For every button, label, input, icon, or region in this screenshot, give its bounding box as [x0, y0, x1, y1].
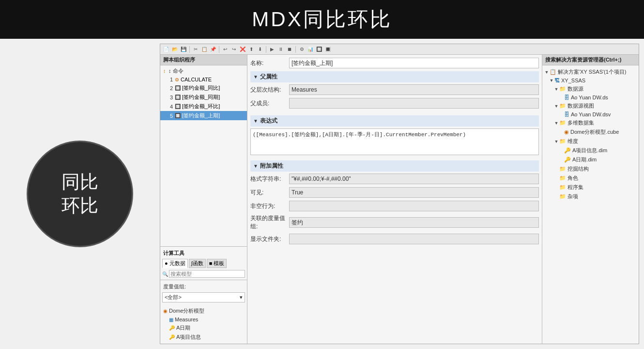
sol-project[interactable]: ▼ 🏗 XY_SSAS [542, 77, 639, 84]
sol-ds-file[interactable]: 🗄 Ao Yuan DW.ds [542, 94, 639, 101]
expression-section: ([Measures].[签约金额],[A日期].[年-季-月-日].Curre… [250, 128, 539, 157]
additional-section-header[interactable]: ▼ 附加属性 [250, 160, 539, 172]
commands-label: ↕ 命令 [169, 67, 184, 75]
sol-label-datasource: 数据源 [567, 85, 583, 93]
parent-section-label: 父属性 [260, 73, 277, 81]
tree-item-date[interactable]: 🔑 A日期 [160, 323, 247, 333]
script-item-5[interactable]: 5 🔲 [签约金额_上期] [160, 111, 247, 120]
circle-text-line1: 同比 [61, 170, 98, 194]
tree-item-project[interactable]: 🔑 A项目信息 [160, 333, 247, 342]
name-input[interactable] [289, 58, 539, 68]
sol-cube-folder[interactable]: ▼ 📁 多维数据集 [542, 118, 639, 127]
circle-text-line2: 环比 [61, 194, 98, 218]
save-icon[interactable]: 💾 [180, 46, 187, 53]
chart-icon[interactable]: 📊 [307, 46, 314, 53]
settings-icon[interactable]: ⚙ [298, 46, 306, 53]
sol-label-cube-file: Dome分析模型.cube [570, 128, 619, 136]
delete-icon[interactable]: ❌ [239, 46, 246, 53]
sol-dim-project[interactable]: 🔑 A项目信息.dim [542, 146, 639, 155]
pause-icon[interactable]: ⏸ [277, 46, 285, 53]
expression-section-label: 表达式 [260, 117, 277, 125]
parent-member-row: 父成员: [250, 98, 539, 109]
sol-label-roles: 角色 [567, 174, 578, 182]
expression-collapse-icon: ▼ [253, 118, 258, 124]
script-item-2[interactable]: 2 🔲 [签约金额_同比] [160, 83, 247, 93]
project-icon: 🏗 [554, 78, 560, 83]
script-item-1[interactable]: 1 ⚙ CALCULATE [160, 76, 247, 83]
tree-item-measures[interactable]: ▦ Measures [160, 316, 247, 323]
down-icon[interactable]: ⬇ [256, 46, 264, 53]
redo-icon[interactable]: ↪ [230, 46, 238, 53]
script-num-2: 2 [165, 85, 173, 91]
misc-folder-icon: 📁 [559, 193, 566, 200]
parent-section-header[interactable]: ▼ 父属性 [250, 71, 539, 82]
copy-icon[interactable]: 📋 [200, 46, 208, 53]
parent-section: 父层次结构: 父成员: [250, 84, 539, 111]
date-dim-icon: 🔑 [169, 325, 175, 331]
project-dim-icon: 🔑 [169, 334, 175, 340]
sol-cube-file[interactable]: ◉ Dome分析模型.cube [542, 127, 639, 137]
tree-item-cube[interactable]: ◉ Dome分析模型 [160, 306, 247, 316]
open-icon[interactable]: 📂 [171, 46, 179, 53]
grid-icon[interactable]: 🔳 [324, 46, 332, 53]
run-icon[interactable]: ▶ [268, 46, 276, 53]
sol-dsv-file[interactable]: 🗄 Ao Yuan DW.dsv [542, 111, 639, 118]
measures-dropdown[interactable]: <全部> ▾ [162, 292, 245, 302]
format-input[interactable] [289, 174, 539, 184]
name-row: 名称: [250, 58, 539, 68]
up-icon[interactable]: ⬆ [247, 46, 255, 53]
sol-dsv-folder[interactable]: ▼ 📁 数据源视图 [542, 101, 639, 111]
related-measures-input[interactable] [289, 217, 539, 228]
search-input[interactable] [169, 270, 245, 278]
sol-dim-folder[interactable]: ▼ 📁 维度 [542, 137, 639, 146]
new-icon[interactable]: 📄 [162, 46, 170, 53]
collapse-icon: ▼ [253, 74, 258, 79]
paste-icon[interactable]: 📌 [209, 46, 217, 53]
script-label-2: [签约金额_同比] [182, 84, 220, 92]
table-icon[interactable]: 🔲 [315, 46, 323, 53]
non-empty-input[interactable] [289, 201, 539, 211]
script-item-3[interactable]: 3 🔲 [签约金额_同期] [160, 93, 247, 102]
name-label: 名称: [250, 59, 289, 67]
toolbar-sep-2 [219, 46, 219, 53]
datasource-folder-icon: 📁 [559, 86, 566, 92]
tree-section: ◉ Dome分析模型 ▦ Measures 🔑 A日期 🔑 [160, 304, 247, 344]
sol-assembly-folder[interactable]: 📁 程序集 [542, 183, 639, 192]
far-right-panel: 搜索解决方案资源管理器(Ctrl+;) ▼ 📋 解决方案'XY SSAS'(1个… [542, 55, 639, 344]
script-item-4[interactable]: 4 🔲 [签约金额_环比] [160, 102, 247, 111]
additional-section: 格式字符串: 可见: 非空行为: 关联的度量值组: [250, 174, 539, 247]
cut-icon[interactable]: ✂ [192, 46, 199, 53]
sol-roles-folder[interactable]: 📁 角色 [542, 174, 639, 183]
sol-solution[interactable]: ▼ 📋 解决方案'XY SSAS'(1个项目) [542, 67, 639, 77]
undo-icon[interactable]: ↩ [221, 46, 229, 53]
toolbar-sep-1 [189, 46, 190, 53]
sol-label-dim-folder: 维度 [567, 138, 578, 145]
dsv-file-icon: 🗄 [564, 111, 569, 117]
calc-tools: 计算工具 ● 元数据 ∫函数 ■ 模板 [160, 246, 247, 280]
tab-templates[interactable]: ■ 模板 [207, 259, 227, 268]
display-folder-input[interactable] [289, 234, 539, 244]
dsv-folder-icon: 📁 [559, 103, 566, 109]
tab-metadata[interactable]: ● 元数据 [162, 259, 188, 268]
tree-label-cube: Dome分析模型 [169, 307, 204, 315]
right-panel: 名称: ▼ 父属性 父层次结构: 父成员: [247, 55, 542, 344]
ds-file-icon: 🗄 [564, 95, 569, 100]
format-label: 格式字符串: [250, 175, 289, 183]
script-icon-5: 🔲 [175, 113, 181, 118]
toolbar-sep-3 [266, 46, 266, 53]
tab-functions[interactable]: ∫函数 [189, 259, 206, 268]
sol-mining-folder[interactable]: 📁 挖掘结构 [542, 164, 639, 174]
sol-datasource-folder[interactable]: ▼ 📁 数据源 [542, 84, 639, 94]
expression-section-header[interactable]: ▼ 表达式 [250, 115, 539, 127]
visible-input[interactable] [289, 187, 539, 198]
parent-member-input[interactable] [289, 98, 539, 109]
mining-folder-icon: 📁 [559, 166, 566, 172]
expression-textarea[interactable]: ([Measures].[签约金额],[A日期].[年-季-月-日].Curre… [250, 128, 539, 155]
sol-dim-date[interactable]: 🔑 A日期.dim [542, 155, 639, 164]
sol-misc-folder[interactable]: 📁 杂项 [542, 192, 639, 201]
script-num-3: 3 [165, 95, 173, 100]
stop-icon[interactable]: ⏹ [286, 46, 293, 53]
script-label-4: [签约金额_环比] [182, 103, 220, 110]
parent-hierarchy-input[interactable] [289, 84, 539, 95]
dim-date-icon: 🔑 [564, 157, 571, 163]
